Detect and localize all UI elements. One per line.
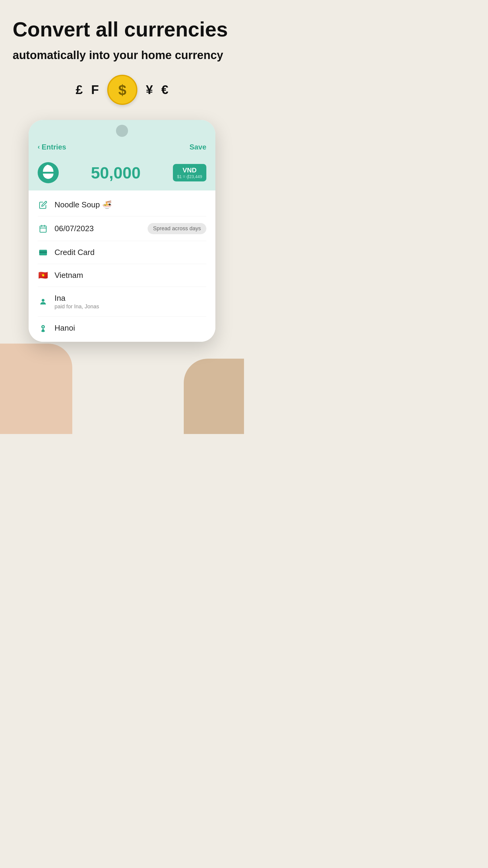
credit-card-icon [38,248,48,257]
svg-point-6 [41,299,44,302]
yen-symbol: ¥ [146,83,153,97]
svg-point-8 [42,326,44,328]
back-chevron-icon: ‹ [38,143,40,151]
phone-top: ‹ Entries Save 50,000 VND $1 = [29,120,216,190]
pound-symbol: £ [76,83,83,97]
currency-row: £ F $ ¥ € [13,75,231,105]
date-label: 06/07/2023 [55,224,141,233]
decorative-blob-left [0,344,72,434]
description-row[interactable]: Noodle Soup 🍜 [38,193,206,216]
location-label: Hanoi [55,323,206,333]
save-button[interactable]: Save [190,143,206,151]
location-row[interactable]: Hanoi [38,317,206,336]
vietnam-flag-icon: 🇻🇳 [38,271,48,280]
back-label: Entries [41,143,66,151]
amount-value[interactable]: 50,000 [59,163,173,182]
person-icon [38,298,48,306]
exchange-rate: $1 = ₫23,449 [177,174,202,179]
dollar-coin: $ [107,75,137,105]
phone-notch [116,125,128,137]
pencil-icon [38,201,48,209]
date-row[interactable]: 06/07/2023 Spread across days [38,216,206,241]
country-label: Vietnam [55,271,206,280]
franc-symbol: F [91,83,99,97]
payment-label: Credit Card [55,248,206,257]
country-row[interactable]: 🇻🇳 Vietnam [38,264,206,287]
payment-row[interactable]: Credit Card [38,241,206,264]
description-label: Noodle Soup 🍜 [55,200,206,210]
page-container: Convert all currencies automatically int… [0,0,244,434]
hero-subtitle: automatically into your home currency [13,48,231,63]
form-section: Noodle Soup 🍜 06/07/2023 Spread across d… [29,190,216,342]
svg-rect-0 [40,226,46,232]
person-sub-label: paid for Ina, Jonas [55,304,99,310]
location-icon [38,324,48,333]
spread-badge[interactable]: Spread across days [148,223,206,234]
svg-rect-5 [39,251,47,253]
person-info: Ina paid for Ina, Jonas [55,293,99,310]
phone-wrapper: ‹ Entries Save 50,000 VND $1 = [13,120,231,342]
hero-title: Convert all currencies [13,18,231,41]
euro-symbol: € [161,83,168,97]
food-category-icon[interactable] [38,162,59,183]
calendar-icon [38,224,48,233]
person-label: Ina [55,293,99,303]
currency-badge[interactable]: VND $1 = ₫23,449 [173,164,206,181]
amount-row: 50,000 VND $1 = ₫23,449 [38,156,206,190]
nav-bar: ‹ Entries Save [38,141,206,156]
person-row[interactable]: Ina paid for Ina, Jonas [38,287,206,317]
decorative-blob-right [184,359,244,434]
currency-code: VND [183,166,196,174]
phone-mockup: ‹ Entries Save 50,000 VND $1 = [29,120,216,342]
back-button[interactable]: ‹ Entries [38,143,66,151]
